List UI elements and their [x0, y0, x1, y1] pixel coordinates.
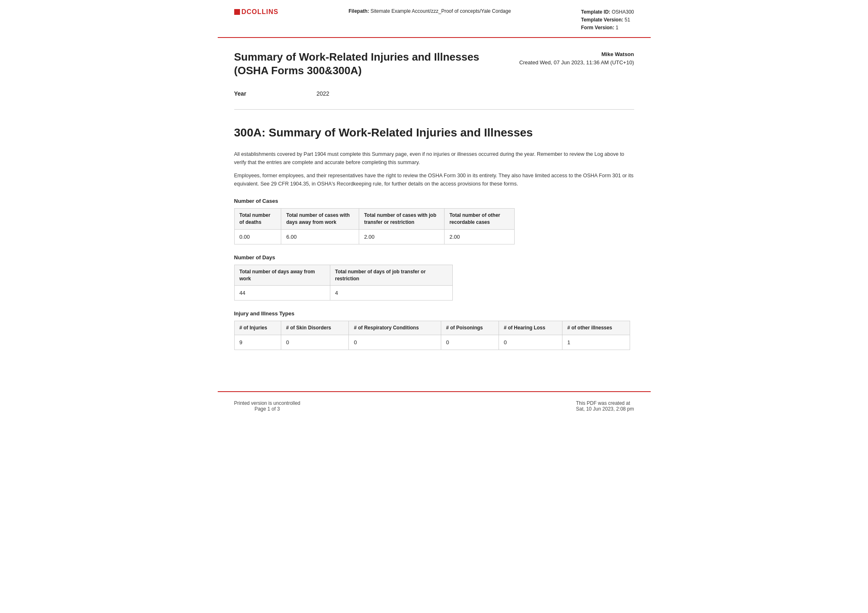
title-section: Summary of Work-Related Injuries and Ill…	[234, 50, 634, 78]
template-version-row: Template Version: 51	[581, 16, 634, 24]
illness-col-0: # of Injuries	[234, 321, 281, 335]
section-300a-title: 300A: Summary of Work-Related Injuries a…	[234, 118, 634, 143]
cases-data-row: 0.00 6.00 2.00 2.00	[234, 229, 514, 244]
template-id-label: Template ID:	[581, 9, 610, 15]
created-label: Created	[519, 59, 538, 66]
header-meta: Template ID: OSHA300 Template Version: 5…	[581, 8, 634, 32]
main-content: Summary of Work-Related Injuries and Ill…	[218, 38, 651, 367]
days-header-row: Total number of days away from work Tota…	[234, 265, 452, 286]
days-col-0: Total number of days away from work	[234, 265, 330, 286]
injury-illness-title: Injury and Illness Types	[234, 310, 634, 317]
year-value: 2022	[317, 90, 329, 97]
illness-val-0: 9	[234, 335, 281, 350]
user-name: Mike Watson	[519, 50, 634, 59]
cases-table: Total number of deaths Total number of c…	[234, 208, 515, 244]
cases-header-row: Total number of deaths Total number of c…	[234, 209, 514, 230]
footer-right-line2: Sat, 10 Jun 2023, 2:08 pm	[576, 406, 634, 412]
illness-val-5: 1	[562, 335, 630, 350]
illness-table: # of Injuries # of Skin Disorders # of R…	[234, 321, 630, 350]
days-val-1: 4	[330, 286, 452, 301]
days-val-0: 44	[234, 286, 330, 301]
template-version-label: Template Version:	[581, 17, 623, 23]
illness-val-4: 0	[499, 335, 562, 350]
cases-col-1: Total number of cases with days away fro…	[281, 209, 359, 230]
illness-col-1: # of Skin Disorders	[281, 321, 349, 335]
footer: Printed version is uncontrolled Page 1 o…	[218, 391, 651, 420]
footer-left-line2: Page 1 of 3	[234, 406, 301, 412]
days-data-row: 44 4	[234, 286, 452, 301]
number-of-cases-title: Number of Cases	[234, 198, 634, 204]
user-info: Mike Watson Created Wed, 07 Jun 2023, 11…	[519, 50, 634, 68]
cases-val-1: 6.00	[281, 229, 359, 244]
illness-val-3: 0	[441, 335, 499, 350]
illness-val-2: 0	[349, 335, 441, 350]
logo-text: DCOLLINS	[242, 8, 279, 16]
filepath-value: Sitemate Example Account/zzz_Proof of co…	[370, 8, 511, 14]
filepath-section: Filepath: Sitemate Example Account/zzz_P…	[348, 8, 511, 14]
year-label: Year	[234, 90, 317, 97]
number-of-days-title: Number of Days	[234, 254, 634, 261]
section-divider	[234, 109, 634, 110]
filepath-label: Filepath:	[348, 8, 369, 14]
days-table: Total number of days away from work Tota…	[234, 265, 453, 301]
logo-section: DCOLLINS	[234, 8, 279, 16]
logo-icon	[234, 9, 240, 15]
footer-left-line1: Printed version is uncontrolled	[234, 400, 301, 406]
header: DCOLLINS Filepath: Sitemate Example Acco…	[218, 0, 651, 38]
footer-right: This PDF was created at Sat, 10 Jun 2023…	[576, 400, 634, 412]
form-version-label: Form Version:	[581, 25, 614, 31]
form-version-row: Form Version: 1	[581, 24, 634, 32]
cases-val-2: 2.00	[359, 229, 444, 244]
cases-col-2: Total number of cases with job transfer …	[359, 209, 444, 230]
illness-col-2: # of Respiratory Conditions	[349, 321, 441, 335]
created-info: Created Wed, 07 Jun 2023, 11:36 AM (UTC+…	[519, 59, 634, 67]
illness-col-4: # of Hearing Loss	[499, 321, 562, 335]
year-row: Year 2022	[234, 86, 634, 97]
description-2: Employees, former employees, and their r…	[234, 171, 634, 188]
footer-left: Printed version is uncontrolled Page 1 o…	[234, 400, 301, 412]
template-id-row: Template ID: OSHA300	[581, 8, 634, 16]
illness-header-row: # of Injuries # of Skin Disorders # of R…	[234, 321, 630, 335]
main-title: Summary of Work-Related Injuries and Ill…	[234, 50, 482, 78]
description-1: All establishments covered by Part 1904 …	[234, 150, 634, 167]
illness-col-3: # of Poisonings	[441, 321, 499, 335]
form-version-value: 1	[616, 25, 619, 31]
created-value: Wed, 07 Jun 2023, 11:36 AM (UTC+10)	[540, 59, 634, 66]
cases-col-0: Total number of deaths	[234, 209, 281, 230]
template-id-value: OSHA300	[612, 9, 634, 15]
cases-col-3: Total number of other recordable cases	[444, 209, 514, 230]
days-col-1: Total number of days of job transfer or …	[330, 265, 452, 286]
cases-val-3: 2.00	[444, 229, 514, 244]
illness-data-row: 9 0 0 0 0 1	[234, 335, 630, 350]
footer-right-line1: This PDF was created at	[576, 400, 634, 406]
illness-val-1: 0	[281, 335, 349, 350]
illness-col-5: # of other illnesses	[562, 321, 630, 335]
cases-val-0: 0.00	[234, 229, 281, 244]
page-container: DCOLLINS Filepath: Sitemate Example Acco…	[218, 0, 651, 420]
template-version-value: 51	[625, 17, 630, 23]
